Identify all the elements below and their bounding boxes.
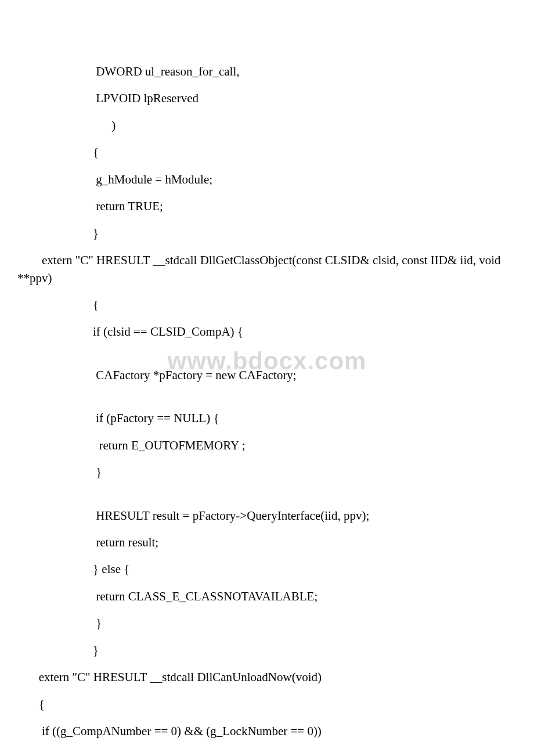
code-line: } else { xyxy=(17,560,517,578)
code-line: return CLASS_E_CLASSNOTAVAILABLE; xyxy=(17,588,517,605)
code-line: { xyxy=(17,696,517,713)
blank-line xyxy=(17,393,517,409)
code-line: LPVOID lpReserved xyxy=(17,89,517,107)
code-line: HRESULT result = pFactory->QueryInterfac… xyxy=(17,507,517,524)
code-line: return E_OUTOFMEMORY ; xyxy=(17,437,517,454)
code-line: } xyxy=(17,463,517,481)
code-line: ) xyxy=(17,117,517,134)
code-content: DWORD ul_reason_for_call, LPVOID lpReser… xyxy=(0,63,534,740)
code-line: if (pFactory == NULL) { xyxy=(17,409,517,427)
code-line: extern "C" HRESULT __stdcall DllGetClass… xyxy=(17,251,517,287)
code-line: DWORD ul_reason_for_call, xyxy=(17,63,517,80)
code-line: g_hModule = hModule; xyxy=(17,171,517,188)
code-line: if ((g_CompANumber == 0) && (g_LockNumbe… xyxy=(17,722,517,740)
code-line: { xyxy=(17,143,517,161)
code-line: extern "C" HRESULT __stdcall DllCanUnloa… xyxy=(17,668,517,686)
code-line: { xyxy=(17,296,517,314)
code-line: } xyxy=(17,614,517,632)
blank-line xyxy=(17,491,517,507)
blank-line xyxy=(17,350,517,366)
code-line: if (clsid == CLSID_CompA) { xyxy=(17,323,517,340)
code-line: } xyxy=(17,225,517,242)
code-line: CAFactory *pFactory = new CAFactory; xyxy=(17,366,517,384)
code-line: return TRUE; xyxy=(17,197,517,215)
code-line: return result; xyxy=(17,534,517,551)
code-line: } xyxy=(17,642,517,659)
